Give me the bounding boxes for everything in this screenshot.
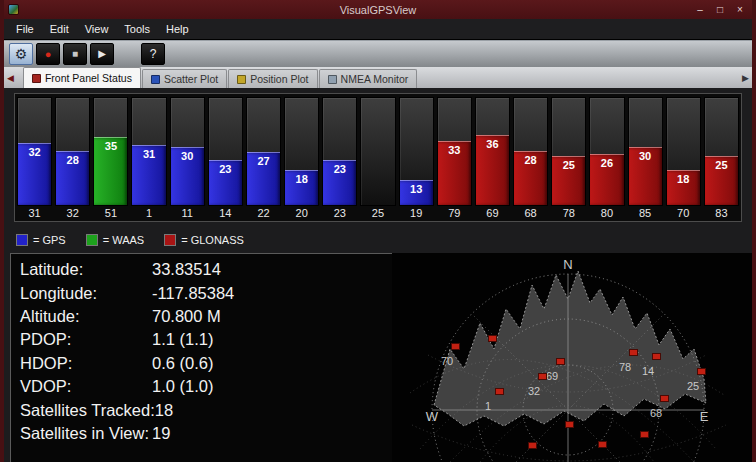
satellite-icon: [640, 431, 649, 438]
channel-19: 1319: [399, 97, 434, 221]
channel-25: 25: [360, 97, 395, 221]
prn-label: 22: [246, 206, 281, 221]
scatter-plot-tab-icon: [151, 75, 160, 84]
tab-position-plot[interactable]: Position Plot: [228, 69, 317, 88]
legend-waas: = WAAS: [86, 234, 144, 246]
signal-slot: 27: [246, 97, 281, 206]
signal-bar: 27: [247, 152, 280, 205]
minimize-button[interactable]: –: [691, 2, 709, 17]
status-value: 19: [152, 424, 170, 443]
sky-plot-panel: N W E 706932178142568: [392, 253, 752, 462]
menu-edit[interactable]: Edit: [42, 20, 77, 38]
snr-value: 28: [514, 154, 547, 166]
legend-label: = GPS: [33, 234, 66, 246]
prn-label: 69: [475, 206, 510, 221]
close-button[interactable]: ×: [731, 2, 749, 17]
status-hdop: HDOP:0.6 (0.6): [20, 352, 385, 375]
signal-bar: 26: [590, 154, 623, 205]
prn-label: 70: [666, 206, 701, 221]
stop-button[interactable]: ■: [63, 43, 87, 65]
status-label: HDOP:: [20, 354, 152, 373]
status-value: 33.83514: [152, 260, 221, 279]
snr-value: 23: [323, 163, 356, 175]
app-window: VisualGPSView – □ × FileEditViewToolsHel…: [0, 0, 756, 462]
signal-slot: 33: [437, 97, 472, 206]
channel-78: 2578: [551, 97, 586, 221]
status-pdop: PDOP:1.1 (1.1): [20, 328, 385, 351]
channel-83: 2583: [704, 97, 739, 221]
channel-22: 2722: [246, 97, 281, 221]
signal-bar: 33: [438, 141, 471, 205]
snr-value: 36: [476, 138, 509, 150]
signal-bar: 31: [132, 145, 165, 205]
tab-front-panel-status[interactable]: Front Panel Status: [23, 67, 141, 88]
settings-button[interactable]: ⚙: [9, 43, 33, 65]
satellite-layer: 706932178142568: [392, 253, 752, 462]
snr-value: 25: [552, 159, 585, 171]
status-label: Altitude:: [20, 307, 152, 326]
status-label: VDOP:: [20, 377, 152, 396]
signal-bar: 18: [667, 170, 700, 205]
prn-label: 83: [704, 206, 739, 221]
signal-bar: 25: [705, 156, 738, 205]
legend-label: = WAAS: [103, 234, 144, 246]
satellite-icon: [556, 358, 565, 365]
menu-view[interactable]: View: [77, 20, 117, 38]
glonass-swatch: [164, 234, 176, 246]
maximize-button[interactable]: □: [711, 2, 729, 17]
channel-79: 3379: [437, 97, 472, 221]
tab-scroll-left-icon[interactable]: ◀: [4, 73, 17, 83]
prn-label: 1: [131, 206, 166, 221]
prn-label: 19: [399, 206, 434, 221]
status-satellites-in-view: Satellites in View:19: [20, 422, 385, 445]
play-icon: ▶: [98, 49, 106, 59]
status-latitude: Latitude:33.83514: [20, 258, 385, 281]
prn-label: 11: [170, 206, 205, 221]
prn-label: 23: [322, 206, 357, 221]
menu-tools[interactable]: Tools: [116, 20, 158, 38]
prn-label: 32: [55, 206, 90, 221]
prn-label: 51: [93, 206, 128, 221]
help-button[interactable]: ?: [141, 43, 165, 65]
play-button[interactable]: ▶: [90, 43, 114, 65]
tab-scatter-plot[interactable]: Scatter Plot: [142, 69, 227, 88]
record-icon: ●: [45, 49, 52, 60]
signal-slot: 28: [513, 97, 548, 206]
satellite-icon: [495, 388, 504, 395]
channel-32: 2832: [55, 97, 90, 221]
status-value: 1.1 (1.1): [152, 330, 213, 349]
window-controls: – □ ×: [691, 2, 752, 17]
snr-value: 27: [247, 155, 280, 167]
menu-file[interactable]: File: [8, 20, 42, 38]
status-rows: Latitude:33.83514Longitude:-117.85384Alt…: [20, 258, 385, 445]
toolbar: ⚙●■▶?: [4, 40, 752, 67]
signal-slot: 26: [589, 97, 624, 206]
satellite-label: 69: [546, 370, 558, 382]
signal-slot: 23: [208, 97, 243, 206]
menu-help[interactable]: Help: [158, 20, 197, 38]
satellite-label: 32: [528, 385, 540, 397]
title-bar[interactable]: VisualGPSView – □ ×: [4, 0, 752, 19]
status-value: 0.6 (0.6): [152, 354, 213, 373]
record-button[interactable]: ●: [36, 43, 60, 65]
tab-scroll-right-icon[interactable]: ▶: [739, 73, 752, 83]
signal-bar: 13: [400, 180, 433, 205]
satellite-78: 78: [619, 357, 631, 375]
signal-bars: 3231283235513113011231427221820232325131…: [17, 97, 739, 221]
signal-slot: 30: [170, 97, 205, 206]
satellite-label: 14: [642, 365, 654, 377]
signal-slot: 13: [399, 97, 434, 206]
snr-value: 33: [438, 144, 471, 156]
prn-label: 80: [589, 206, 624, 221]
tab-nmea-monitor[interactable]: NMEA Monitor: [319, 69, 418, 88]
snr-value: 26: [590, 157, 623, 169]
legend: = GPS= WAAS= GLONASS: [16, 234, 244, 246]
status-longitude: Longitude:-117.85384: [20, 281, 385, 304]
snr-value: 18: [285, 173, 318, 185]
channel-85: 3085: [628, 97, 663, 221]
satellite-icon: [660, 395, 669, 402]
signal-slot: 25: [551, 97, 586, 206]
satellite-1: 1: [485, 396, 491, 414]
satellite-icon: [538, 373, 547, 380]
satellite-32: 32: [528, 381, 540, 399]
